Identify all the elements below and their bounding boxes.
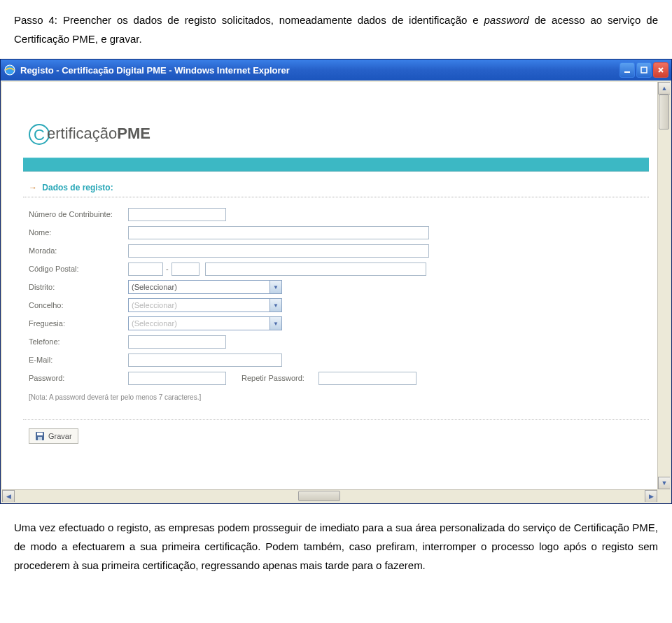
svg-rect-4 [37,433,43,435]
logo: CertificaçãoPME [29,124,649,145]
logo-text-a: ertificação [47,125,117,142]
separator [23,419,649,420]
close-button[interactable] [653,62,668,78]
select-distrito[interactable]: (Seleccionar) ▼ [128,280,282,294]
label-repeat-password: Repetir Password: [241,374,318,382]
input-localidade[interactable] [205,262,426,276]
password-note: [Nota: A password deverá ter pelo menos … [23,388,649,411]
section-title: Dados de registo: [42,183,113,192]
svg-rect-1 [624,71,630,73]
input-password[interactable] [128,372,226,385]
input-email[interactable] [128,354,282,367]
label-password: Password: [23,374,128,382]
scroll-left-icon[interactable]: ◀ [2,490,15,502]
scroll-down-icon[interactable]: ▼ [658,477,670,489]
scroll-thumb-v[interactable] [659,94,669,130]
doc-para1-text-a: Passo 4: Preencher os dados de registo s… [14,14,484,26]
vertical-scrollbar[interactable]: ▲ ▼ [657,82,670,489]
label-telefone: Telefone: [23,337,128,346]
save-button-label: Gravar [48,432,72,440]
chevron-down-icon: ▼ [270,317,281,330]
minimize-button[interactable] [620,62,635,78]
section-header: → Dados de registo: [23,178,649,197]
select-distrito-value: (Seleccionar) [132,283,177,291]
select-freguesia[interactable]: (Seleccionar) ▼ [128,316,282,330]
doc-paragraph-2: Uma vez efectuado o registo, as empresas… [0,518,672,575]
header-band [23,158,649,172]
cp-dash: - [163,265,172,273]
label-nif: Número de Contribuinte: [23,210,128,218]
select-freguesia-value: (Seleccionar) [132,319,177,328]
chevron-down-icon: ▼ [270,299,281,312]
label-nome: Nome: [23,228,128,237]
label-concelho: Concelho: [23,301,128,309]
input-telefone[interactable] [128,335,226,349]
label-email: E-Mail: [23,356,128,364]
floppy-icon [35,431,45,441]
save-button[interactable]: Gravar [29,428,78,444]
browser-window: Registo - Certificação Digital PME - Win… [0,59,672,504]
input-cp1[interactable] [128,262,163,276]
ie-icon [4,64,16,76]
select-concelho-value: (Seleccionar) [132,301,177,309]
label-distrito: Distrito: [23,283,128,291]
input-cp2[interactable] [172,262,200,276]
svg-rect-2 [641,67,647,73]
input-morada[interactable] [128,244,429,258]
maximize-button[interactable] [636,62,652,78]
window-titlebar[interactable]: Registo - Certificação Digital PME - Win… [1,59,671,80]
registration-form: Número de Contribuinte: Nome: Morada: Có… [23,206,649,444]
label-freguesia: Freguesia: [23,319,128,328]
input-nif[interactable] [128,208,226,221]
label-cp: Código Postal: [23,265,128,273]
input-nome[interactable] [128,226,429,239]
select-concelho[interactable]: (Seleccionar) ▼ [128,298,282,312]
scroll-right-icon[interactable]: ▶ [645,490,657,502]
doc-para1-italic: password [484,14,528,26]
input-repeat-password[interactable] [318,372,416,385]
scroll-thumb-h[interactable] [298,491,340,501]
chevron-down-icon: ▼ [270,281,281,293]
browser-viewport: CertificaçãoPME → Dados de registo: Núme… [2,82,670,502]
horizontal-scrollbar[interactable]: ◀ ▶ [2,489,657,502]
scroll-corner [657,489,670,502]
doc-paragraph-1: Passo 4: Preencher os dados de registo s… [0,10,672,48]
window-title: Registo - Certificação Digital PME - Win… [20,65,620,76]
logo-text-b: PME [117,125,150,142]
label-morada: Morada: [23,246,128,255]
svg-rect-5 [38,437,42,440]
arrow-icon: → [29,183,37,192]
scroll-up-icon[interactable]: ▲ [658,82,670,94]
